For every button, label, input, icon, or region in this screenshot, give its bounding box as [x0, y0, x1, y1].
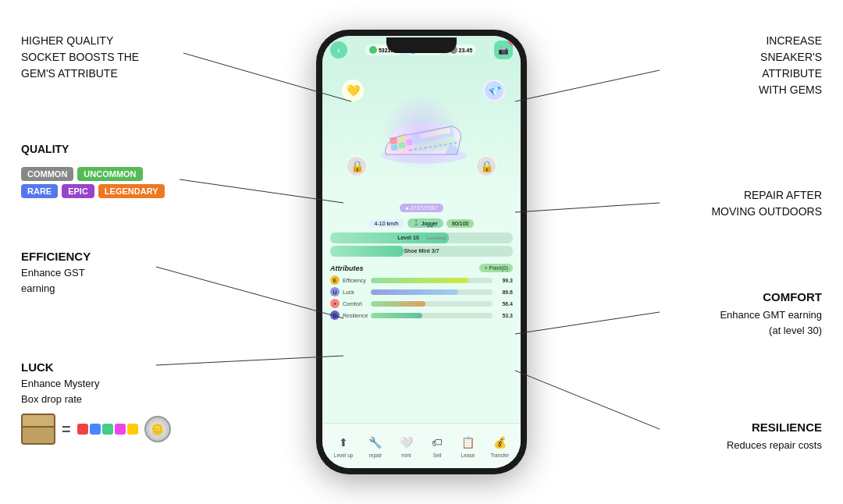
luck-bar [371, 289, 493, 295]
camera-button[interactable]: 📷 2 [494, 41, 513, 59]
efficiency-label: Efficiency [343, 278, 368, 283]
sneaker-type: 🚶 Jogger [407, 218, 443, 228]
nav-repair[interactable]: 🔧 repair [367, 434, 384, 458]
sneaker-glow [382, 94, 461, 172]
efficiency-bar [371, 278, 493, 283]
level-bar-row: Level 10 Leveling Shoe Mint 3/7 [322, 231, 521, 261]
sneaker-stats-row: 4-10 km/h 🚶 Jogger 80/100 [322, 215, 521, 231]
nav-sell[interactable]: 🏷 Sell [429, 434, 446, 458]
back-button[interactable]: ‹ [330, 41, 347, 59]
camera-badge: 2 [508, 37, 516, 45]
comfort-icon: + [330, 299, 340, 308]
levelup-icon: ⬆ [335, 434, 352, 451]
annotation-top-right: INCREASESNEAKER'SATTRIBUTEWITH GEMS [759, 33, 822, 98]
resilience-label: Resilience [343, 313, 368, 318]
nav-lease[interactable]: 📋 Lease [460, 434, 477, 458]
gem-socket-tr[interactable]: 💎 [483, 80, 505, 101]
annotation-efficiency-title: EFFICIENCY [21, 248, 91, 264]
annotation-resilience-desc: Reduces repair costs [727, 438, 822, 453]
badge-rare: RARE [21, 184, 58, 198]
speed-range: 4-10 km/h [369, 219, 404, 228]
luck-illustration: = 🪙 [21, 413, 171, 445]
badge-uncommon: UNCOMMON [77, 167, 142, 181]
mint-bar: Shoe Mint 3/7 [330, 246, 513, 257]
annotation-resilience-title: RESILIENCE [752, 419, 822, 435]
attr-row-resilience: D Resilience 53.3 [330, 311, 513, 320]
repair-icon: 🔧 [367, 434, 384, 451]
gem-socket-br[interactable]: 🔒 [475, 155, 497, 177]
sneaker-id: ●273727287 [400, 204, 443, 212]
phone-notch [386, 37, 457, 53]
attr-row-luck: U Luck 89.6 [330, 287, 513, 296]
gst-icon [369, 46, 377, 54]
level-bar: Level 10 Leveling [330, 232, 513, 243]
attr-row-comfort: + Comfort 56.4 [330, 299, 513, 308]
sell-icon: 🏷 [429, 434, 446, 451]
status-left: ‹ [330, 41, 347, 59]
badge-epic: EPIC [62, 184, 94, 198]
sneaker-display-area: 💛 💎 🔒 🔒 [322, 64, 521, 201]
attributes-section: Attributes + Point(0) E Efficiency 99.3 … [322, 261, 521, 325]
lease-icon: 📋 [460, 434, 477, 451]
phone-shell: ‹ 5321.34 6374.56 23.45 📷 [316, 30, 527, 474]
annotation-efficiency-desc: Enhance GSTearning [21, 265, 85, 296]
attr-row-efficiency: E Efficiency 99.3 [330, 275, 513, 285]
comfort-label: Comfort [343, 301, 368, 307]
attributes-header: Attributes + Point(0) [330, 264, 513, 272]
sneaker-info-row: ●273727287 [322, 201, 521, 215]
luck-label: Luck [343, 289, 368, 295]
svg-line-11 [515, 312, 660, 334]
phone-screen: ‹ 5321.34 6374.56 23.45 📷 [322, 36, 521, 468]
svg-line-9 [515, 203, 660, 212]
transfer-icon: 💰 [491, 434, 508, 451]
annotation-quality-label: QUALITY [21, 142, 69, 158]
points-badge[interactable]: + Point(0) [479, 264, 513, 272]
bottom-navigation: ⬆ Level up 🔧 repair 🤍 mint 🏷 Sell 📋 Leas… [322, 423, 521, 468]
quality-badges-group: COMMON UNCOMMON RARE EPIC LEGENDARY [21, 167, 165, 201]
status-right: 📷 2 [494, 41, 513, 59]
attributes-title: Attributes [330, 264, 364, 272]
resilience-bar [371, 313, 493, 318]
nav-levelup[interactable]: ⬆ Level up [334, 434, 354, 458]
svg-line-13 [515, 371, 660, 429]
mint-icon: 🤍 [397, 434, 414, 451]
comfort-bar [371, 301, 493, 307]
resilience-value: 53.3 [496, 313, 513, 318]
annotation-repair: REPAIR AFTERMOVING OUTDOORS [711, 187, 822, 220]
mint-label: Shoe Mint 3/7 [330, 246, 513, 257]
badge-legendary: LEGENDARY [98, 184, 165, 198]
gem-socket-tl[interactable]: 💛 [342, 80, 364, 101]
luck-value: 89.6 [496, 289, 513, 295]
resilience-icon: D [330, 311, 340, 320]
annotation-comfort-title: COMFORT [763, 289, 822, 305]
annotation-luck-desc: Enhance MysteryBox drop rate [21, 376, 99, 406]
gem-socket-bl[interactable]: 🔒 [346, 155, 368, 177]
nav-mint[interactable]: 🤍 mint [397, 434, 414, 458]
efficiency-icon: E [330, 275, 340, 285]
svg-line-10 [156, 267, 343, 318]
nav-transfer[interactable]: 💰 Transfer [490, 434, 509, 458]
svg-line-7 [515, 70, 660, 101]
luck-icon: U [330, 287, 340, 296]
efficiency-value: 99.3 [496, 278, 513, 283]
badge-common: COMMON [21, 167, 73, 181]
sneaker-durability: 80/100 [446, 219, 474, 228]
level-label: Level 10 Leveling [330, 232, 513, 243]
svg-line-12 [156, 356, 343, 365]
annotation-top-left: HIGHER QUALITYSOCKET BOOSTS THEGEM'S ATT… [21, 33, 139, 82]
annotation-comfort-desc: Enhance GMT earning(at level 30) [720, 307, 822, 338]
annotation-luck-title: LUCK [21, 359, 54, 375]
comfort-value: 56.4 [496, 301, 513, 307]
